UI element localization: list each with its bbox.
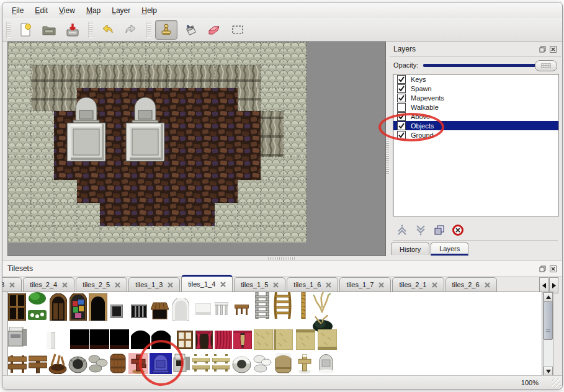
tile-stove-gray[interactable] [8,327,27,349]
tileset-tab-tiles_1_3[interactable]: tiles_1_3 [128,277,180,292]
layer-row-walkable[interactable]: Walkable [393,102,558,112]
layer-row-spawn[interactable]: Spawn [393,84,558,93]
tile-curtain[interactable] [215,331,232,349]
layer-row-ground[interactable]: Ground [393,130,558,140]
tileset-tab-tiles_1_5[interactable]: tiles_1_5 [234,277,285,292]
tab-close-icon[interactable] [485,282,490,288]
tile-tile-black[interactable] [90,329,109,349]
tab-close-icon[interactable] [115,282,120,288]
tile-tile-black[interactable] [70,329,89,349]
resize-grip[interactable] [552,378,561,388]
layer-row-objects[interactable]: Objects [393,121,558,130]
layer-checkbox[interactable] [397,112,406,121]
tile-arch-dark[interactable] [89,293,107,321]
tile-window-small[interactable] [110,305,123,318]
tileset-tab-tiles_1_6[interactable]: tiles_1_6 [287,277,338,292]
tile-door-panel[interactable] [47,332,55,349]
tile-khaki3[interactable] [296,329,315,350]
menu-layer[interactable]: Layer [106,4,136,17]
scroll-up-icon[interactable] [544,292,553,302]
tab-close-icon[interactable] [378,282,384,288]
move-layer-down-icon[interactable] [411,222,430,238]
tileset-scrollbar[interactable] [543,292,553,377]
tile-window-stained[interactable] [69,293,87,321]
tile-arch-black[interactable] [131,329,150,349]
tile-well[interactable] [68,353,87,374]
tileset-tab-tiles_2_4[interactable]: tiles_2_4 [23,277,74,292]
eraser-tool-icon[interactable] [204,20,225,39]
layer-checkbox[interactable] [397,131,406,140]
fill-tool-icon[interactable] [180,20,201,39]
save-icon[interactable] [62,20,83,39]
new-file-icon[interactable] [15,20,36,39]
tile-stones[interactable] [88,353,108,374]
tile-curtain-window[interactable] [195,331,213,349]
opacity-slider-handle[interactable] [535,60,557,71]
tile-hatch[interactable] [173,353,190,374]
horizontal-splitter[interactable] [2,256,562,261]
delete-layer-icon[interactable] [449,222,467,238]
tile-sign[interactable] [29,353,47,374]
tile-barrel-broken[interactable] [48,353,68,374]
tile-tile-black[interactable] [110,329,129,349]
tile-rope-gold[interactable] [301,292,306,319]
tile-cross[interactable] [128,353,148,374]
layer-checkbox[interactable] [397,122,406,130]
select-tool-icon[interactable] [227,20,248,39]
tileset-tab-tiles_2_6[interactable]: tiles_2_6 [445,277,497,292]
tileset-tab-tiles_2_1[interactable]: tiles_2_1 [392,277,444,292]
tile-khaki2[interactable] [274,329,293,350]
tab-history[interactable]: History [391,243,429,255]
tile-door-brown[interactable] [50,293,67,321]
tile-window-bars[interactable] [131,305,147,318]
tile-shelf-white[interactable] [215,302,228,315]
tile-table-brown[interactable] [235,305,249,315]
move-layer-up-icon[interactable] [393,222,411,238]
tile-arch-white[interactable] [172,298,189,321]
tile-curtain2[interactable] [233,331,252,349]
tile-well-snow[interactable] [232,353,251,374]
tile-arch-black[interactable] [151,329,171,349]
tab-close-icon[interactable] [168,282,173,288]
tile-khaki4[interactable] [318,329,337,350]
tab-close-icon[interactable] [62,282,68,288]
tileset-tab-tiles_2_5[interactable]: tiles_2_5 [76,277,127,292]
tile-cross-snow[interactable] [295,353,314,374]
opacity-slider[interactable] [423,60,557,70]
tile-window-brown2[interactable] [177,331,193,349]
vertical-splitter[interactable] [385,42,390,256]
redo-icon[interactable] [120,20,141,39]
layer-checkbox[interactable] [397,94,406,102]
float-icon[interactable] [539,45,547,53]
map-canvas[interactable] [7,42,386,256]
tab-close-icon[interactable] [432,282,437,288]
tile-bench-snow[interactable] [212,353,230,374]
tile-tombstone-snow[interactable] [316,353,336,374]
tile-sign2[interactable] [8,353,27,374]
tab-close-icon[interactable] [326,282,331,288]
layer-checkbox[interactable] [397,84,406,93]
tileset-tab-3[interactable]: 3 [2,277,22,292]
layer-checkbox[interactable] [397,75,406,84]
tile-khaki[interactable] [254,329,273,350]
tileset-content[interactable] [7,292,542,376]
menu-map[interactable]: Map [81,4,106,17]
tile-tile-white[interactable] [195,303,211,315]
open-folder-icon[interactable] [38,20,60,39]
tile-barrel-snow[interactable] [274,353,293,374]
layer-checkbox[interactable] [397,103,406,112]
tile-stones-snow[interactable] [253,353,272,374]
menu-view[interactable]: View [53,4,81,17]
tab-layers[interactable]: Layers [431,243,468,256]
stamp-tool-icon[interactable] [155,20,177,40]
menu-edit[interactable]: Edit [29,4,53,17]
scrollbar-thumb[interactable] [544,301,553,340]
tile-window-brown[interactable] [8,293,26,321]
close-icon[interactable] [549,45,557,53]
tab-close-icon[interactable] [220,282,226,287]
layer-row-above[interactable]: Above [393,112,558,121]
tileset-tab-tiles_1_7[interactable]: tiles_1_7 [339,277,391,292]
tile-barrel[interactable] [109,353,127,374]
tile-plant-roots[interactable] [313,292,331,313]
tile-tombstone[interactable] [150,353,172,374]
